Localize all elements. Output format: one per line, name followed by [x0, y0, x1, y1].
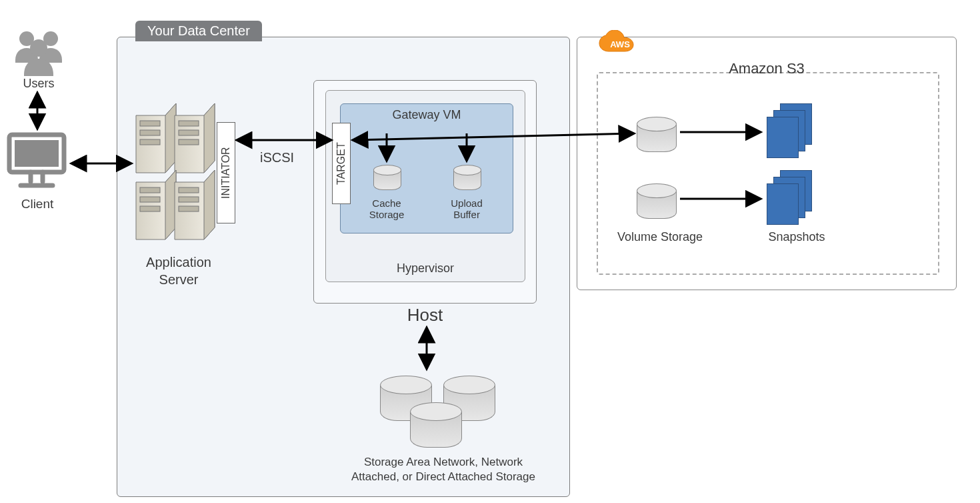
upload-buffer-icon — [453, 160, 481, 190]
svg-rect-18 — [140, 197, 160, 202]
svg-rect-17 — [140, 187, 160, 193]
volume-storage-icon — [637, 177, 677, 219]
data-center-title: Your Data Center — [135, 21, 262, 41]
svg-rect-14 — [179, 139, 199, 145]
san-label: Storage Area Network, Network Attached, … — [347, 455, 540, 484]
application-server-label: Application Server — [132, 254, 225, 288]
svg-rect-8 — [140, 130, 160, 135]
svg-rect-4 — [15, 140, 59, 167]
volume-storage-icon — [637, 110, 677, 152]
target-tag: TARGET — [332, 123, 351, 204]
svg-rect-23 — [179, 197, 199, 202]
architecture-diagram: Users Client Your Data Center — [0, 0, 980, 503]
initiator-tag: INITIATOR — [217, 122, 235, 223]
san-disk-icon — [410, 394, 462, 448]
amazon-s3-box — [597, 72, 939, 275]
host-label: Host — [314, 305, 536, 326]
svg-rect-7 — [140, 121, 160, 126]
cache-storage-icon — [373, 160, 401, 190]
aws-badge-text: AWS — [597, 39, 643, 49]
upload-buffer-label: Upload Buffer — [440, 197, 493, 221]
svg-point-2 — [30, 39, 47, 57]
amazon-s3-label: Amazon S3 — [597, 60, 937, 77]
client-label: Client — [4, 197, 71, 211]
svg-rect-9 — [140, 139, 160, 145]
client-icon — [4, 131, 71, 197]
volume-storage-label: Volume Storage — [607, 230, 713, 244]
iscsi-label: iSCSI — [260, 150, 294, 165]
users-label: Users — [12, 77, 65, 91]
application-server-icon — [132, 103, 219, 246]
hypervisor-label: Hypervisor — [325, 262, 525, 276]
svg-marker-21 — [204, 170, 215, 239]
cache-storage-label: Cache Storage — [360, 197, 413, 221]
users-icon — [12, 28, 65, 76]
svg-marker-11 — [204, 103, 215, 173]
svg-rect-13 — [179, 130, 199, 135]
gateway-vm-label: Gateway VM — [340, 108, 513, 122]
svg-rect-24 — [179, 206, 199, 211]
svg-rect-22 — [179, 187, 199, 193]
svg-rect-19 — [140, 206, 160, 211]
svg-rect-12 — [179, 121, 199, 126]
snapshots-label: Snapshots — [753, 230, 840, 244]
aws-logo-icon: AWS — [597, 30, 643, 63]
